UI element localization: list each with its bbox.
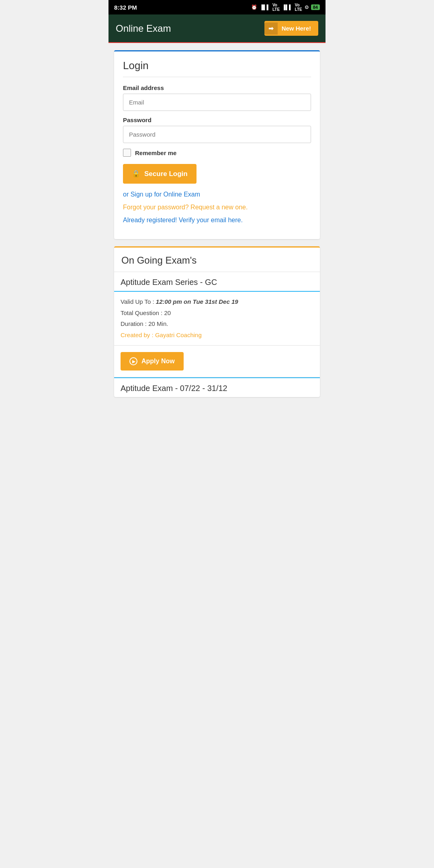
ongoing-exams-title: On Going Exam's [114,248,320,272]
play-circle-icon: ▶ [129,357,137,365]
verify-email-link[interactable]: Already registered! Verify your email he… [123,217,311,224]
app-title: Online Exam [116,23,171,34]
login-arrow-icon: ➡ [264,23,278,35]
login-card: Login Email address Password Remember me… [114,50,320,239]
signal-icon: ▐▌▌ [260,4,270,10]
wifi-icon: ⊙ [305,4,309,10]
new-here-label: New Here! [282,25,311,32]
status-icons: ⏰ ▐▌▌ VoLTE ▐▌▌ VoLTE ⊙ 84 [251,3,320,12]
remember-me-row: Remember me [123,149,311,157]
exam-1-action: ▶ Apply Now [114,346,320,377]
alarm-icon: ⏰ [251,4,257,10]
apply-now-button[interactable]: ▶ Apply Now [121,352,184,371]
login-title: Login [123,59,311,77]
apply-now-label: Apply Now [141,358,175,365]
exam-1-total-questions: Total Question : 20 [121,309,313,318]
battery-indicator: 84 [311,4,320,10]
remember-me-label: Remember me [135,149,176,156]
lock-icon: 🔒 [132,170,140,178]
email-input[interactable] [123,94,311,111]
exam-1-details: Valid Up To : 12:00 pm on Tue 31st Dec 1… [114,292,320,346]
password-input[interactable] [123,126,311,143]
forgot-password-link[interactable]: Forgot your password? Request a new one. [123,204,311,211]
volte-icon-2: VoLTE [295,3,302,12]
signup-link[interactable]: or Sign up for Online Exam [123,191,311,198]
email-label: Email address [123,84,311,91]
exam-card-1: Aptitude Exam Series - GC Valid Up To : … [114,272,320,377]
secure-login-label: Secure Login [144,170,188,178]
exam-card-2: Aptitude Exam - 07/22 - 31/12 [114,377,320,397]
status-bar: 8:32 PM ⏰ ▐▌▌ VoLTE ▐▌▌ VoLTE ⊙ 84 [108,0,326,14]
password-label: Password [123,117,311,123]
exam-2-title: Aptitude Exam - 07/22 - 31/12 [114,377,320,397]
exam-1-valid-upto: Valid Up To : 12:00 pm on Tue 31st Dec 1… [121,297,313,307]
exam-1-title: Aptitude Exam Series - GC [114,272,320,292]
remember-me-checkbox[interactable] [123,149,131,157]
exam-1-valid-upto-value: 12:00 pm on Tue 31st Dec 19 [156,298,238,305]
ongoing-exams-section: On Going Exam's Aptitude Exam Series - G… [114,246,320,397]
exam-1-created-by: Created by : Gayatri Coaching [121,331,313,340]
time: 8:32 PM [114,4,137,11]
new-here-button[interactable]: ➡ New Here! [264,21,318,36]
exam-1-duration: Duration : 20 Min. [121,319,313,329]
volte-icon-1: VoLTE [272,3,280,12]
secure-login-button[interactable]: 🔒 Secure Login [123,164,197,184]
signal-icon-2: ▐▌▌ [282,4,293,10]
app-header: Online Exam ➡ New Here! [108,14,326,43]
